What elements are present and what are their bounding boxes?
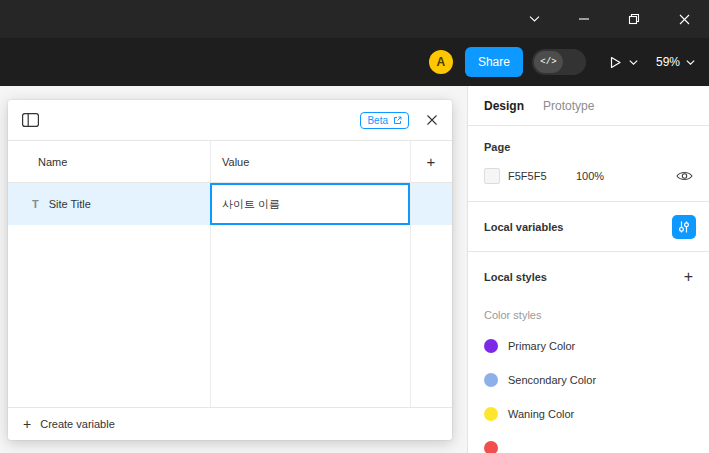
dev-mode-toggle[interactable]: </> <box>532 49 586 75</box>
plus-icon: + <box>23 417 31 431</box>
create-variable-label: Create variable <box>40 418 115 430</box>
color-style-item[interactable]: Primary Color <box>468 329 709 363</box>
present-button[interactable] <box>608 55 638 70</box>
page-opacity[interactable]: 100% <box>576 170 604 182</box>
local-variables-panel: Beta Name Value + T Site Title 사이트 이름 + <box>8 100 452 440</box>
avatar[interactable]: A <box>429 50 453 74</box>
column-header-value: Value <box>210 156 410 168</box>
chevron-down-icon <box>629 60 638 65</box>
chevron-down-icon <box>529 16 540 22</box>
figma-window: A Share </> 59% Design Prototype <box>0 0 709 453</box>
color-style-label: Sencondary Color <box>508 374 596 386</box>
window-close-button[interactable] <box>659 0 709 38</box>
beta-badge[interactable]: Beta <box>360 112 409 129</box>
local-variables-title: Local variables <box>484 221 564 233</box>
color-swatch <box>484 407 498 421</box>
text-type-icon: T <box>32 198 39 210</box>
eye-icon <box>676 170 693 182</box>
chevron-down-icon <box>686 60 695 65</box>
table-empty-area <box>8 225 452 407</box>
column-divider <box>210 141 211 407</box>
color-swatch <box>484 339 498 353</box>
local-styles-section: Local styles + <box>468 252 709 285</box>
variable-value-cell[interactable]: 사이트 이름 <box>210 183 410 225</box>
window-minimize-button[interactable] <box>559 0 609 38</box>
window-titlebar <box>0 0 709 38</box>
play-icon <box>608 55 623 70</box>
panel-close-button[interactable] <box>426 114 438 126</box>
variables-panel-header: Beta <box>8 100 452 141</box>
color-style-label: Primary Color <box>508 340 575 352</box>
variable-name-cell[interactable]: T Site Title <box>8 183 210 225</box>
add-variable-column-button[interactable]: + <box>410 154 452 169</box>
share-button[interactable]: Share <box>465 47 523 77</box>
inspector-tabs: Design Prototype <box>468 86 709 126</box>
inspector-panel: Design Prototype Page F5F5F5 100% Local … <box>467 86 709 453</box>
window-menu-button[interactable] <box>509 0 559 38</box>
variable-value: 사이트 이름 <box>222 197 280 212</box>
add-style-button[interactable]: + <box>684 269 693 285</box>
minimize-icon <box>578 13 590 25</box>
external-link-icon <box>393 116 402 125</box>
dev-mode-knob: </> <box>534 51 563 73</box>
tab-design[interactable]: Design <box>484 99 524 113</box>
color-style-label: Waning Color <box>508 408 574 420</box>
sliders-icon <box>677 220 691 234</box>
column-divider <box>410 141 411 407</box>
row-filler <box>410 183 452 225</box>
column-header-name: Name <box>8 156 210 168</box>
table-header: Name Value + <box>8 141 452 183</box>
close-icon <box>426 114 438 126</box>
main-toolbar: A Share </> 59% <box>0 38 709 86</box>
table-row[interactable]: T Site Title 사이트 이름 <box>8 183 452 225</box>
color-styles-header: Color styles <box>468 285 709 329</box>
color-style-item[interactable]: Waning Color <box>468 397 709 431</box>
tab-prototype[interactable]: Prototype <box>543 99 594 113</box>
page-color-swatch[interactable] <box>484 168 500 184</box>
color-swatch <box>484 373 498 387</box>
color-style-item[interactable]: Sencondary Color <box>468 363 709 397</box>
variable-name: Site Title <box>49 198 91 210</box>
open-variables-button[interactable] <box>672 215 696 239</box>
page-section: Page F5F5F5 100% <box>468 126 709 202</box>
code-icon: </> <box>540 57 556 67</box>
create-variable-button[interactable]: + Create variable <box>8 407 452 440</box>
color-style-item[interactable] <box>468 431 709 453</box>
local-styles-title: Local styles <box>484 271 547 283</box>
page-color-hex[interactable]: F5F5F5 <box>508 170 576 182</box>
panel-layout-icon <box>22 113 39 127</box>
close-icon <box>679 14 690 25</box>
sidebar-toggle-button[interactable] <box>22 113 39 127</box>
visibility-toggle[interactable] <box>676 170 693 182</box>
color-swatch <box>484 441 498 453</box>
page-section-title: Page <box>484 141 693 153</box>
beta-label: Beta <box>367 115 388 126</box>
toolbar-right-group: A Share </> 59% <box>429 38 695 86</box>
local-variables-section: Local variables <box>468 202 709 252</box>
zoom-menu[interactable]: 59% <box>656 55 695 69</box>
window-maximize-button[interactable] <box>609 0 659 38</box>
restore-icon <box>628 13 640 25</box>
window-controls <box>509 0 709 38</box>
zoom-level: 59% <box>656 55 680 69</box>
page-color-row: F5F5F5 100% <box>484 168 693 184</box>
